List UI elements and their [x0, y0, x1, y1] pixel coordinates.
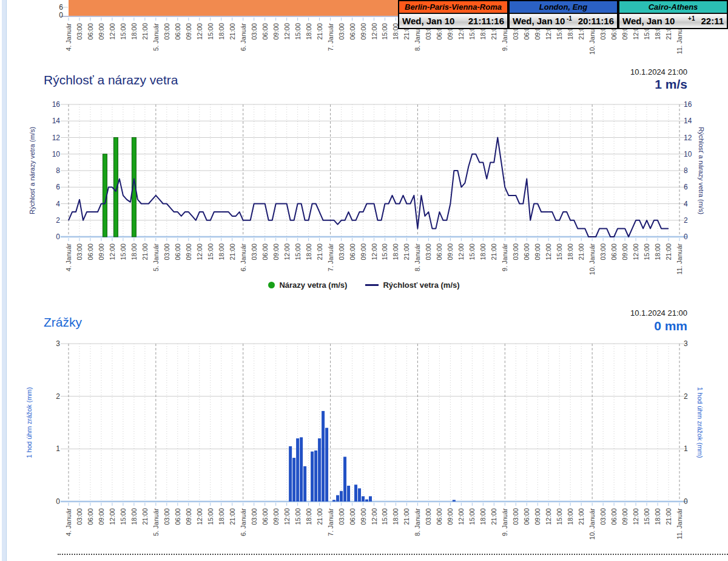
svg-text:21:00: 21:00	[229, 508, 236, 525]
svg-text:18:00: 18:00	[130, 508, 138, 525]
svg-text:10. Január: 10. Január	[588, 243, 596, 275]
svg-text:2: 2	[684, 216, 688, 225]
svg-text:12:00: 12:00	[457, 243, 465, 260]
clock-body: Wed, Jan 10 +1 22:11	[619, 14, 727, 28]
svg-text:1 hod úhrn zrážok (mm): 1 hod úhrn zrážok (mm)	[25, 387, 33, 458]
svg-text:12:00: 12:00	[109, 23, 116, 40]
svg-text:15:00: 15:00	[207, 243, 214, 260]
svg-text:18:00: 18:00	[305, 508, 312, 525]
svg-text:12:00: 12:00	[283, 243, 291, 260]
svg-text:09:00: 09:00	[98, 23, 105, 40]
wind-current-value: 1 m/s	[655, 77, 687, 92]
svg-text:16: 16	[684, 100, 692, 109]
svg-text:4: 4	[684, 200, 688, 208]
svg-text:12:00: 12:00	[371, 23, 378, 40]
svg-text:21:00: 21:00	[665, 243, 672, 260]
svg-text:2: 2	[684, 392, 688, 401]
clock-body: Wed, Jan 10 -1 20:11:16	[510, 14, 617, 28]
svg-text:12:00: 12:00	[109, 243, 116, 260]
svg-text:10. Január: 10. Január	[588, 508, 596, 540]
svg-text:06:00: 06:00	[174, 508, 181, 525]
legend-item-speed[interactable]: Rýchlosť vetra (m/s)	[365, 280, 459, 290]
svg-text:6: 6	[684, 183, 688, 191]
svg-text:21:00: 21:00	[665, 508, 672, 525]
svg-text:18:00: 18:00	[392, 243, 399, 260]
svg-text:18:00: 18:00	[479, 243, 487, 260]
svg-text:15:00: 15:00	[120, 243, 127, 260]
svg-text:8. Január: 8. Január	[414, 243, 421, 271]
svg-text:12: 12	[52, 134, 61, 142]
svg-text:11. Január: 11. Január	[676, 508, 683, 540]
svg-text:18:00: 18:00	[305, 23, 312, 40]
legend-item-gusts[interactable]: Nárazy vetra (m/s)	[268, 280, 347, 290]
svg-text:18:00: 18:00	[567, 508, 574, 525]
svg-text:09:00: 09:00	[185, 508, 192, 525]
svg-text:21:00: 21:00	[229, 23, 236, 40]
svg-text:03:00: 03:00	[251, 508, 258, 525]
clock-tz-offset: +1	[688, 15, 695, 22]
clock-date: Wed, Jan 10	[402, 16, 454, 26]
svg-text:09:00: 09:00	[185, 23, 192, 40]
svg-text:03:00: 03:00	[338, 508, 345, 525]
svg-text:12:00: 12:00	[545, 243, 552, 260]
svg-text:03:00: 03:00	[251, 23, 258, 40]
clock-body: Wed, Jan 10 21:11:16	[399, 14, 507, 28]
svg-text:15:00: 15:00	[294, 243, 302, 260]
svg-text:21:00: 21:00	[141, 243, 149, 260]
svg-text:5. Január: 5. Január	[152, 508, 160, 536]
svg-text:06:00: 06:00	[610, 508, 618, 525]
svg-text:03:00: 03:00	[512, 243, 519, 260]
svg-text:06:00: 06:00	[87, 23, 94, 40]
svg-text:Rýchlosť a nárazy vetra (m/s): Rýchlosť a nárazy vetra (m/s)	[698, 127, 705, 214]
clock-time: 20:11:16	[578, 16, 614, 26]
precip-chart-timestamp: 10.1.2024 21:00	[630, 308, 687, 318]
svg-text:6. Január: 6. Január	[240, 243, 247, 271]
svg-text:0: 0	[684, 497, 688, 506]
svg-text:03:00: 03:00	[338, 23, 345, 40]
svg-text:06:00: 06:00	[261, 243, 269, 260]
svg-text:0: 0	[56, 497, 60, 506]
svg-text:6. Január: 6. Január	[240, 508, 247, 536]
svg-text:7. Január: 7. Január	[327, 508, 334, 536]
svg-text:0: 0	[56, 233, 60, 241]
svg-text:15:00: 15:00	[643, 243, 650, 260]
svg-text:06:00: 06:00	[523, 243, 530, 260]
clock-title: London, Eng	[510, 1, 617, 14]
svg-text:09:00: 09:00	[360, 243, 367, 260]
svg-text:18:00: 18:00	[654, 508, 661, 525]
svg-text:21:00: 21:00	[316, 23, 323, 40]
svg-text:15:00: 15:00	[294, 508, 302, 525]
svg-text:21:00: 21:00	[578, 508, 585, 525]
svg-text:4: 4	[56, 200, 60, 208]
svg-text:6. Január: 6. Január	[240, 23, 247, 51]
gusts-marker-icon	[268, 282, 275, 288]
svg-text:6: 6	[59, 3, 63, 12]
svg-text:15:00: 15:00	[381, 243, 388, 260]
svg-text:21:00: 21:00	[229, 243, 236, 260]
svg-text:12:00: 12:00	[109, 508, 116, 525]
svg-text:09:00: 09:00	[360, 508, 367, 525]
clock-time: 22:11	[701, 16, 724, 26]
svg-text:09:00: 09:00	[98, 508, 105, 525]
clock-tz-offset: -1	[567, 15, 572, 22]
svg-text:09:00: 09:00	[272, 508, 280, 525]
svg-text:15:00: 15:00	[556, 508, 563, 525]
svg-text:2: 2	[56, 392, 60, 401]
svg-text:1: 1	[56, 444, 60, 453]
svg-text:8: 8	[56, 166, 60, 175]
svg-text:03:00: 03:00	[163, 23, 170, 40]
bottom-dotted-separator	[58, 554, 728, 555]
svg-text:14: 14	[52, 117, 61, 125]
svg-text:09:00: 09:00	[272, 23, 280, 40]
svg-text:2: 2	[56, 216, 60, 225]
svg-text:15:00: 15:00	[294, 23, 302, 40]
svg-text:15:00: 15:00	[120, 23, 127, 40]
svg-text:12:00: 12:00	[632, 243, 639, 260]
svg-text:03:00: 03:00	[76, 243, 83, 260]
svg-text:06:00: 06:00	[261, 23, 269, 40]
svg-text:12:00: 12:00	[371, 243, 378, 260]
svg-text:21:00: 21:00	[403, 508, 410, 525]
svg-text:16: 16	[52, 100, 61, 109]
svg-text:09:00: 09:00	[447, 508, 454, 525]
svg-text:12:00: 12:00	[283, 508, 291, 525]
